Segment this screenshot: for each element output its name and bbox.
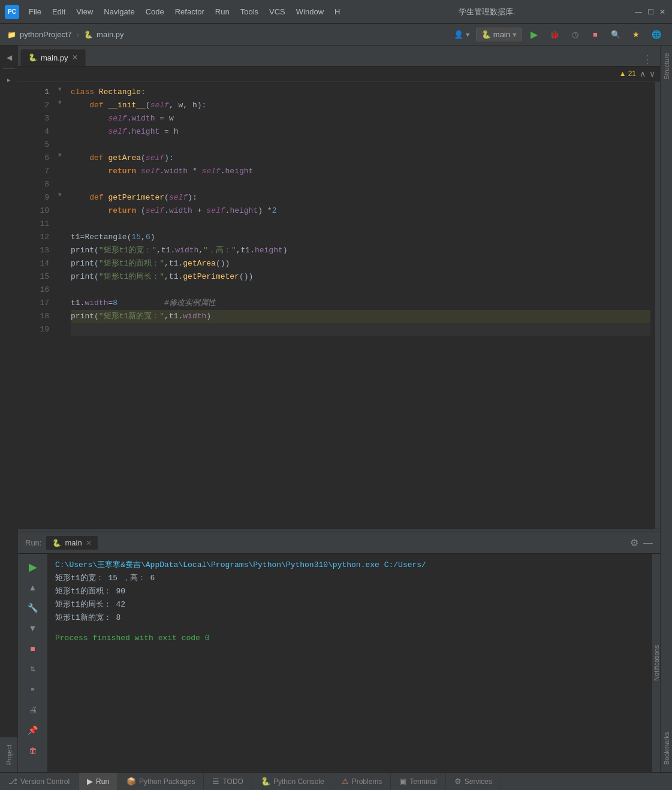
run-tab-main[interactable]: 🐍 main ✕: [46, 536, 97, 550]
menu-window[interactable]: Window: [291, 5, 329, 19]
stop-button[interactable]: ■: [587, 26, 604, 43]
run-scroll-up[interactable]: ▲: [25, 579, 41, 596]
code-line-1: class Rectangle:: [71, 86, 650, 99]
run-play-button[interactable]: ▶: [25, 559, 41, 575]
menu-vcs[interactable]: VCS: [264, 5, 290, 19]
profile-button[interactable]: ◷: [566, 26, 583, 43]
project-bar: 📁 pythonProject7 › 🐍 main.py 👤 ▾ 🐍 main …: [0, 24, 672, 46]
debug-button[interactable]: 🐞: [546, 26, 563, 43]
git-user-icon[interactable]: 👤 ▾: [454, 30, 470, 39]
current-file[interactable]: main.py: [97, 30, 124, 39]
left-sidebar: ◀ ▸ Project: [0, 46, 18, 772]
run-label: Run:: [25, 538, 41, 547]
tab-terminal[interactable]: ▣ Terminal: [391, 773, 445, 790]
menu-file[interactable]: File: [24, 5, 46, 19]
run-pin-button[interactable]: 📌: [25, 722, 41, 738]
todo-icon: ☰: [212, 777, 219, 786]
output-success: Process finished with exit code 0: [55, 632, 644, 645]
code-line-7: return self.width * self.height: [71, 165, 650, 178]
tab-run-label: Run: [96, 777, 109, 786]
fold-8: [54, 174, 66, 188]
tab-problems-label: Problems: [352, 777, 382, 786]
fold-6[interactable]: ▾: [54, 148, 66, 161]
code-line-16: [71, 284, 650, 297]
tab-python-packages[interactable]: 📦 Python Packages: [118, 773, 204, 790]
menu-h[interactable]: H: [330, 5, 345, 19]
bookmark-button[interactable]: ★: [628, 26, 644, 43]
code-line-9: def getPerimeter(self):: [71, 191, 650, 204]
run-button[interactable]: ▶: [526, 26, 543, 43]
run-print-button[interactable]: 🖨: [25, 701, 41, 718]
run-tab-name: main: [65, 538, 82, 547]
code-line-8: [71, 178, 650, 191]
nav-up-arrow[interactable]: ∧: [640, 69, 646, 79]
run-tab-close[interactable]: ✕: [86, 539, 92, 547]
minimize-button[interactable]: —: [634, 7, 643, 17]
menu-edit[interactable]: Edit: [47, 5, 70, 19]
problems-icon: ⚠: [342, 777, 349, 786]
tab-more-options[interactable]: ⋮: [637, 53, 658, 66]
tab-run[interactable]: ▶ Run: [79, 773, 118, 790]
notifications-label[interactable]: Notifications: [653, 645, 660, 681]
python-packages-icon: 📦: [126, 777, 136, 786]
menu-view[interactable]: View: [71, 5, 98, 19]
editor-tab-main[interactable]: 🐍 main.py ✕: [20, 49, 86, 66]
project-label[interactable]: Project: [3, 737, 15, 772]
tab-services[interactable]: ⚙ Services: [446, 773, 501, 790]
run-scroll-to-end[interactable]: ⇅: [25, 661, 41, 677]
run-clear-button[interactable]: 🗑: [25, 742, 41, 759]
tab-problems[interactable]: ⚠ Problems: [333, 773, 391, 790]
code-line-12: t1=Rectangle(15,6): [71, 231, 650, 244]
sidebar-toggle[interactable]: ▸: [2, 73, 16, 87]
run-settings-button[interactable]: ⚙: [630, 537, 638, 548]
run-minimize-button[interactable]: —: [643, 538, 653, 548]
nav-down-arrow[interactable]: ∨: [649, 69, 655, 79]
tab-version-control-label: Version Control: [20, 777, 70, 786]
tab-version-control[interactable]: ⎇ Version Control: [0, 773, 79, 790]
code-line-2: def __init__(self, w, h):: [71, 99, 650, 112]
run-sort-button[interactable]: ≡: [25, 681, 41, 698]
fold-1[interactable]: ▾: [54, 82, 66, 95]
code-lines[interactable]: class Rectangle: def __init__(self, w, h…: [66, 82, 655, 529]
run-wrench-icon[interactable]: 🔧: [25, 599, 41, 616]
run-scroll-down[interactable]: ▼: [25, 620, 41, 637]
terminal-icon: ▣: [399, 777, 406, 786]
tab-terminal-label: Terminal: [409, 777, 436, 786]
menu-tools[interactable]: Tools: [236, 5, 263, 19]
close-button[interactable]: ✕: [658, 7, 667, 17]
menu-run[interactable]: Run: [210, 5, 234, 19]
run-stop-button[interactable]: ■: [25, 640, 41, 657]
python-console-icon: 🐍: [261, 777, 270, 786]
line-numbers: 1 2 3 4 5 6 7 8 9 10 11 12 13 14 15 16 1: [18, 82, 54, 529]
code-content: 1 2 3 4 5 6 7 8 9 10 11 12 13 14 15 16 1: [18, 82, 660, 529]
editor-scrollbar[interactable]: [655, 82, 660, 529]
fold-9[interactable]: ▾: [54, 188, 66, 201]
search-button[interactable]: 🔍: [607, 26, 624, 43]
menu-code[interactable]: Code: [141, 5, 169, 19]
project-name[interactable]: pythonProject7: [20, 30, 72, 39]
menu-refactor[interactable]: Refactor: [170, 5, 209, 19]
tab-python-console[interactable]: 🐍 Python Console: [252, 773, 333, 790]
fold-2[interactable]: ▾: [54, 95, 66, 108]
run-output: C:\Users\王寒寒&蚕吉\AppData\Local\Programs\P…: [48, 554, 652, 772]
tab-todo[interactable]: ☰ TODO: [204, 773, 252, 790]
tab-python-packages-label: Python Packages: [139, 777, 195, 786]
bookmarks-label[interactable]: Bookmarks: [661, 725, 672, 772]
code-line-15: print("矩形t1的周长：",t1.getPerimeter()): [71, 270, 650, 284]
run-icon: ▶: [87, 777, 93, 786]
maximize-button[interactable]: ☐: [646, 7, 655, 17]
warning-badge[interactable]: ▲ 21: [619, 70, 636, 78]
settings-icon[interactable]: 🌐: [648, 26, 665, 43]
run-panel-header: Run: 🐍 main ✕ ⚙ —: [18, 532, 660, 554]
menu-navigate[interactable]: Navigate: [99, 5, 139, 19]
code-line-19: [71, 323, 650, 336]
run-config-dropdown[interactable]: 🐍 main ▾: [476, 28, 522, 41]
tab-filename: main.py: [41, 53, 68, 62]
fold-4: [54, 122, 66, 135]
collapse-icon[interactable]: ◀: [2, 50, 16, 65]
tab-close-button[interactable]: ✕: [72, 53, 78, 62]
editor-run-container: 🐍 main.py ✕ ⋮ ▲ 21 ∧ ∨ 1 2: [18, 46, 660, 772]
structure-label[interactable]: Structure: [661, 46, 672, 87]
fold-3: [54, 108, 66, 122]
editor-area: 🐍 main.py ✕ ⋮ ▲ 21 ∧ ∨ 1 2: [18, 46, 660, 529]
